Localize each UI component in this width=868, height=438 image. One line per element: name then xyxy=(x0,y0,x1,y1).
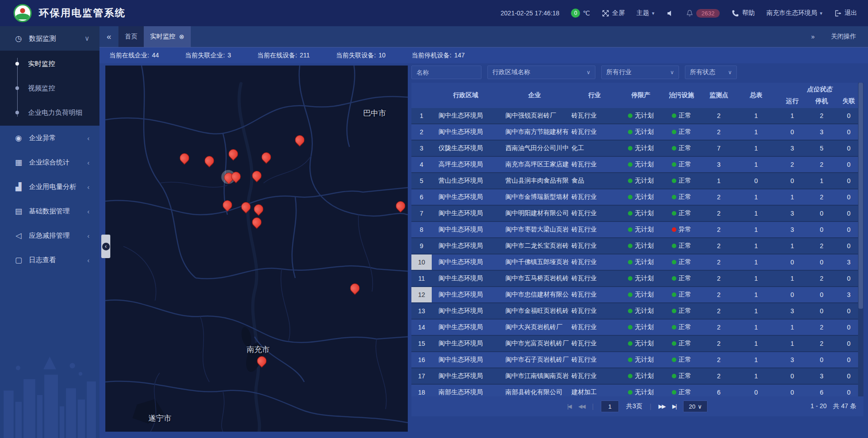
row-index: 17 xyxy=(411,368,432,384)
table-row[interactable]: 8 阆中生态环境局 阆中市枣碧大梁山页岩 砖瓦行业 无计划 异常 xyxy=(411,222,863,238)
map-pin[interactable] xyxy=(241,202,250,211)
name-search-input[interactable] xyxy=(411,66,481,79)
table-row[interactable]: 18 南部生态环境局 南部县砖化有限公司 建材加工 无计划 正常 xyxy=(411,385,863,396)
row-run: 3 xyxy=(775,206,809,221)
sidebar-submenu-item[interactable]: 企业电力负荷明细 xyxy=(0,100,99,125)
map-pin[interactable] xyxy=(229,149,237,158)
tab-realtime-monitoring[interactable]: 实时监控 ⊗ xyxy=(144,26,191,47)
table-row[interactable]: 5 营山生态环境局 营山县润丰肉食品有限 食品 无计划 正常 xyxy=(411,173,863,189)
row-industry: 食品 xyxy=(570,173,619,188)
sidebar-item[interactable]: ▟ 企业用电量分析 ‹ xyxy=(0,174,99,199)
map-pin[interactable] xyxy=(261,152,270,161)
next-page-button[interactable]: ▶▶ xyxy=(659,403,665,410)
row-points: 2 xyxy=(701,238,737,254)
sidebar-item[interactable]: ◉ 企业异常 ‹ xyxy=(0,126,99,150)
speaker-icon xyxy=(666,9,674,17)
table-row[interactable]: 14 阆中生态环境局 阆中大兴页岩机砖厂 砖瓦行业 无计划 正常 xyxy=(411,320,863,336)
row-limit-status: 无计划 xyxy=(619,157,662,172)
map-pin[interactable] xyxy=(179,153,188,162)
tab-home[interactable]: 首页 xyxy=(118,26,144,47)
table-row[interactable]: 12 阆中生态环境局 阆中市忠信建材有限公 砖瓦行业 无计划 正常 xyxy=(411,287,863,303)
temperature-widget: 0 ℃ xyxy=(571,9,590,18)
tab-scroll-left-button[interactable]: « xyxy=(99,26,118,47)
table-row[interactable]: 7 阆中生态环境局 阆中明阳建材有限公司 砖瓦行业 无计划 正常 xyxy=(411,206,863,222)
row-limit-status: 无计划 xyxy=(619,124,662,140)
row-stop: 0 xyxy=(809,287,834,302)
table-row[interactable]: 13 阆中生态环境局 阆中市金福旺页岩机砖 砖瓦行业 无计划 正常 xyxy=(411,303,863,320)
row-limit-status: 无计划 xyxy=(619,271,662,286)
page-number-input[interactable] xyxy=(601,400,619,412)
industry-select[interactable]: 所有行业 ∨ xyxy=(601,66,679,79)
theme-dropdown[interactable]: 主题 ▾ xyxy=(637,9,655,17)
row-company: 阆中市金福旺页岩机砖 xyxy=(500,303,570,319)
scrollbar-thumb[interactable] xyxy=(859,83,863,309)
map-pin[interactable] xyxy=(252,217,260,226)
row-facility-status: 正常 xyxy=(662,206,701,221)
sidebar-submenu-item[interactable]: 实时监控 xyxy=(0,52,99,76)
page-size-select[interactable]: 20 ∨ xyxy=(683,400,708,412)
map-pin[interactable] xyxy=(204,156,213,165)
table-row[interactable]: 4 高坪生态环境局 南充市高坪区王家店建 砖瓦行业 无计划 正常 xyxy=(411,157,863,173)
region-select[interactable]: 行政区域名称 ∨ xyxy=(487,66,595,79)
col-facility: 治污设施 xyxy=(662,91,701,99)
map-pin[interactable] xyxy=(350,283,359,292)
table-row[interactable]: 16 阆中生态环境局 阆中市石子页岩机砖厂 砖瓦行业 无计划 正常 xyxy=(411,352,863,368)
map-pin[interactable] xyxy=(231,172,240,180)
table-row[interactable]: 10 阆中生态环境局 阆中千佛镇五郎垭页岩 砖瓦行业 无计划 正常 xyxy=(411,254,863,271)
table-row[interactable]: 1 阆中生态环境局 阆中强锐页岩砖厂 砖瓦行业 无计划 正常 xyxy=(411,108,863,124)
row-points: 2 xyxy=(701,206,737,221)
fullscreen-button[interactable]: 全屏 xyxy=(602,9,625,17)
fullscreen-icon xyxy=(602,9,609,17)
row-index: 15 xyxy=(411,336,432,351)
map[interactable]: 巴中市南充市遂宁市 ‹ xyxy=(105,66,408,432)
close-tab-icon[interactable]: ⊗ xyxy=(179,33,184,40)
mute-button[interactable] xyxy=(666,9,674,17)
double-right-arrow-icon[interactable]: » xyxy=(811,33,815,40)
table-row[interactable]: 3 仪陇生态环境局 西南油气田分公司川中 化工 无计划 正常 xyxy=(411,141,863,157)
map-pin[interactable] xyxy=(222,200,231,209)
table-scrollbar[interactable] xyxy=(858,83,863,396)
row-facility-status: 正常 xyxy=(662,238,701,254)
sidebar-submenu-item[interactable]: 视频监控 xyxy=(0,76,99,100)
sidebar-item[interactable]: ◁ 应急减排管理 ‹ xyxy=(0,223,99,248)
table-row[interactable]: 17 阆中生态环境局 阆中市江南镇阆南页岩 砖瓦行业 无计划 正常 xyxy=(411,368,863,385)
sidebar-nav: ◷ 数据监测 ∨ 实时监控 视频监控 企业电力负荷明细 ◉ 企业异常 ‹ ▦ 企… xyxy=(0,26,99,438)
table-row[interactable]: 15 阆中生态环境局 阆中市光富页岩机砖厂 砖瓦行业 无计划 正常 xyxy=(411,336,863,352)
stat-item: 当前失联设备: 10 xyxy=(336,52,385,60)
sidebar-item[interactable]: ▦ 企业综合统计 ‹ xyxy=(0,150,99,174)
first-page-button[interactable]: |◀ xyxy=(567,403,571,410)
table-row[interactable]: 2 阆中生态环境局 阆中市南方节能建材有 砖瓦行业 无计划 正常 xyxy=(411,124,863,141)
chevron-left-icon: ‹ xyxy=(87,183,90,191)
status-dot xyxy=(672,113,676,118)
map-pin[interactable] xyxy=(252,171,260,179)
table-row[interactable]: 9 阆中生态环境局 阆中市二龙长宝页岩砖 砖瓦行业 无计划 正常 xyxy=(411,238,863,254)
tab-bar-right: » 关闭操作 xyxy=(811,26,868,47)
notification-widget[interactable]: 2632 xyxy=(686,9,720,18)
row-points: 2 xyxy=(701,254,737,270)
map-collapse-handle[interactable]: ‹ xyxy=(101,235,110,258)
table-row[interactable]: 6 阆中生态环境局 阆中市金博瑞新型墙材 砖瓦行业 无计划 正常 xyxy=(411,189,863,206)
last-page-button[interactable]: ▶| xyxy=(672,403,676,410)
sidebar-item-label: 企业异常 xyxy=(29,134,56,142)
map-pin[interactable] xyxy=(254,204,262,213)
map-pin[interactable] xyxy=(396,201,404,210)
logout-button[interactable]: 退出 xyxy=(834,9,857,17)
sidebar-item-data-monitoring[interactable]: ◷ 数据监测 ∨ xyxy=(0,26,99,51)
sidebar-item[interactable]: ▢ 日志查看 ‹ xyxy=(0,248,99,272)
map-pin[interactable] xyxy=(257,356,266,365)
status-dot xyxy=(672,341,676,346)
row-meters: 1 xyxy=(737,124,775,140)
sidebar-item[interactable]: ▤ 基础数据管理 ‹ xyxy=(0,199,99,223)
status-dot xyxy=(628,260,632,264)
user-dropdown[interactable]: 南充市生态环境局 ▾ xyxy=(766,9,822,17)
table-row[interactable]: 11 阆中生态环境局 阆中市五马桥页岩机砖 砖瓦行业 无计划 正常 xyxy=(411,271,863,287)
status-select[interactable]: 所有状态 ∨ xyxy=(685,66,737,79)
close-operations-button[interactable]: 关闭操作 xyxy=(831,33,856,41)
help-button[interactable]: 帮助 xyxy=(731,9,755,17)
prev-page-button[interactable]: ◀◀ xyxy=(578,403,585,410)
map-pin[interactable] xyxy=(295,135,304,144)
row-meters: 1 xyxy=(737,336,775,351)
status-dot xyxy=(672,325,676,330)
row-industry: 砖瓦行业 xyxy=(570,222,619,237)
chevron-down-icon: ∨ xyxy=(670,69,674,75)
